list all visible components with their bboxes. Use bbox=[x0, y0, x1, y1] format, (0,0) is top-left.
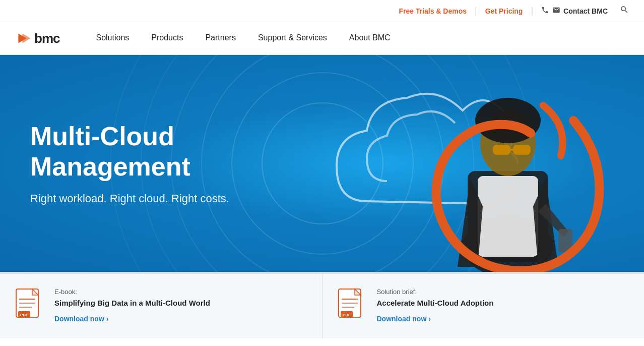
divider-1: | bbox=[475, 6, 477, 16]
card-1-type: E-book: bbox=[54, 288, 307, 296]
svg-text:PDF: PDF bbox=[20, 313, 28, 317]
phone-icon bbox=[541, 6, 549, 16]
logo-text: bmc bbox=[34, 31, 59, 46]
nav-item-support[interactable]: Support & Services bbox=[247, 22, 338, 54]
nav-item-products[interactable]: Products bbox=[140, 22, 194, 54]
free-trials-link[interactable]: Free Trials & Demos bbox=[399, 7, 467, 15]
card-2-download-link[interactable]: Download now › bbox=[377, 315, 431, 323]
orange-cloud-graphic bbox=[387, 95, 614, 272]
search-icon[interactable] bbox=[620, 5, 629, 17]
divider-2: | bbox=[531, 6, 533, 16]
card-1-body: E-book: Simplifying Big Data in a Multi-… bbox=[54, 288, 307, 323]
nav-item-about[interactable]: About BMC bbox=[338, 22, 402, 54]
hero-section: Multi-Cloud Management Right workload. R… bbox=[0, 55, 644, 272]
svg-marker-1 bbox=[22, 33, 30, 43]
card-2-body: Solution brief: Accelerate Multi-Cloud A… bbox=[377, 288, 629, 323]
logo[interactable]: bmc bbox=[15, 30, 59, 46]
main-nav: bmc Solutions Products Partners Support … bbox=[0, 22, 644, 55]
hero-title: Multi-Cloud Management bbox=[30, 122, 323, 182]
get-pricing-link[interactable]: Get Pricing bbox=[485, 7, 523, 15]
contact-label: Contact BMC bbox=[563, 7, 608, 15]
card-1-pdf-icon: PDF bbox=[14, 288, 44, 324]
card-2-pdf-icon: PDF bbox=[337, 288, 367, 324]
top-bar: Free Trials & Demos | Get Pricing | Cont… bbox=[0, 0, 644, 22]
cards-row: PDF E-book: Simplifying Big Data in a Mu… bbox=[0, 272, 644, 338]
nav-item-solutions[interactable]: Solutions bbox=[85, 22, 140, 54]
card-ebook: PDF E-book: Simplifying Big Data in a Mu… bbox=[0, 272, 323, 338]
contact-bmc[interactable]: Contact BMC bbox=[541, 6, 608, 16]
card-2-type: Solution brief: bbox=[377, 288, 629, 296]
card-1-download-link[interactable]: Download now › bbox=[54, 315, 108, 323]
email-icon bbox=[552, 6, 560, 16]
card-1-title: Simplifying Big Data in a Multi-Cloud Wo… bbox=[54, 298, 307, 308]
svg-text:PDF: PDF bbox=[343, 313, 351, 317]
nav-item-partners[interactable]: Partners bbox=[194, 22, 246, 54]
hero-subtitle: Right workload. Right cloud. Right costs… bbox=[30, 192, 323, 205]
nav-items-list: Solutions Products Partners Support & Se… bbox=[85, 22, 401, 54]
hero-content: Multi-Cloud Management Right workload. R… bbox=[0, 55, 353, 272]
card-solution-brief: PDF Solution brief: Accelerate Multi-Clo… bbox=[323, 272, 645, 338]
card-2-title: Accelerate Multi-Cloud Adoption bbox=[377, 298, 629, 308]
